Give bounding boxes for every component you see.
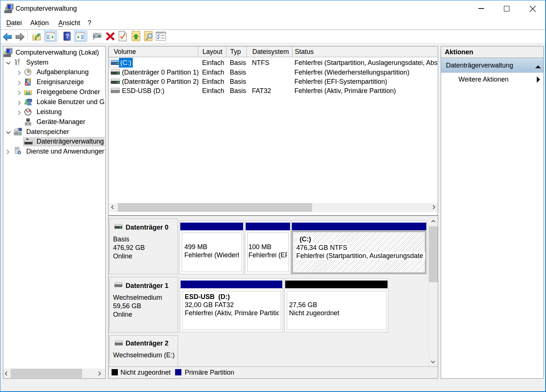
svg-text:?: ? — [65, 33, 69, 40]
